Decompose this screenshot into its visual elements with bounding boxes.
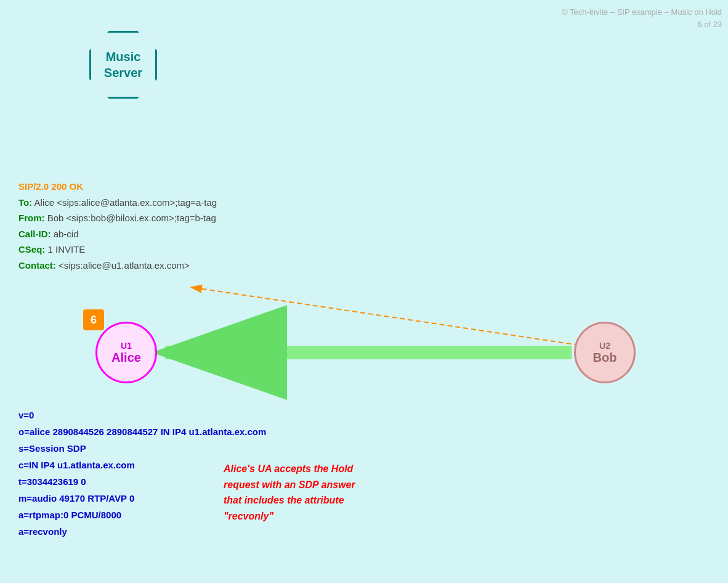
cseq-label: CSeq: [18,244,45,255]
svg-line-0 [191,287,579,345]
music-server-node: MusicServer [86,25,160,105]
alice-u1-label: U1 [121,341,132,351]
from-label: From: [18,213,45,223]
from-value: Bob <sips:bob@biloxi.ex.com>;tag=b-tag [47,213,216,223]
to-label: To: [18,197,32,208]
contact-value: <sips:alice@u1.atlanta.ex.com> [59,260,190,271]
sdp-line-v: v=0 [18,407,266,423]
bob-node: U2 Bob [574,322,636,383]
sdp-line-o: o=alice 2890844526 2890844527 IN IP4 u1.… [18,423,266,440]
to-value: Alice <sips:alice@atlanta.ex.com>;tag=a-… [34,197,217,208]
sip-message-block: SIP/2.0 200 OK To: Alice <sips:alice@atl… [18,179,217,273]
callid-label: Call-ID: [18,229,51,239]
annotation-text: Alice's UA accepts the Hold request with… [224,461,359,524]
bob-u2-label: U2 [599,341,610,351]
contact-label: Contact: [18,260,56,271]
sip-status-line: SIP/2.0 200 OK [18,181,83,192]
sdp-line-a-recvonly: a=recvonly [18,523,266,540]
cseq-value: 1 INVITE [48,244,86,255]
copyright-text: © Tech-invite – SIP example – Music on H… [562,6,722,30]
alice-node: U1 Alice [95,322,157,383]
step-badge: 6 [83,309,104,330]
callid-value: ab-cid [54,229,79,239]
alice-name-label: Alice [111,351,141,365]
music-server-label: MusicServer [104,49,142,81]
bob-name-label: Bob [593,351,617,365]
sdp-line-s: s=Session SDP [18,440,266,457]
